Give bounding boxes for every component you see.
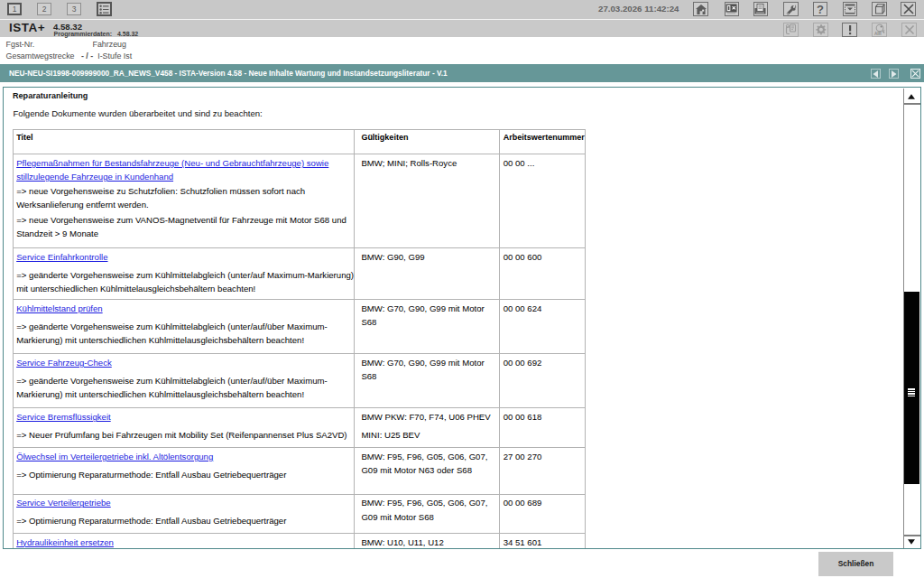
- svg-text:AIR: AIR: [874, 31, 882, 35]
- svg-text:?: ?: [817, 3, 824, 15]
